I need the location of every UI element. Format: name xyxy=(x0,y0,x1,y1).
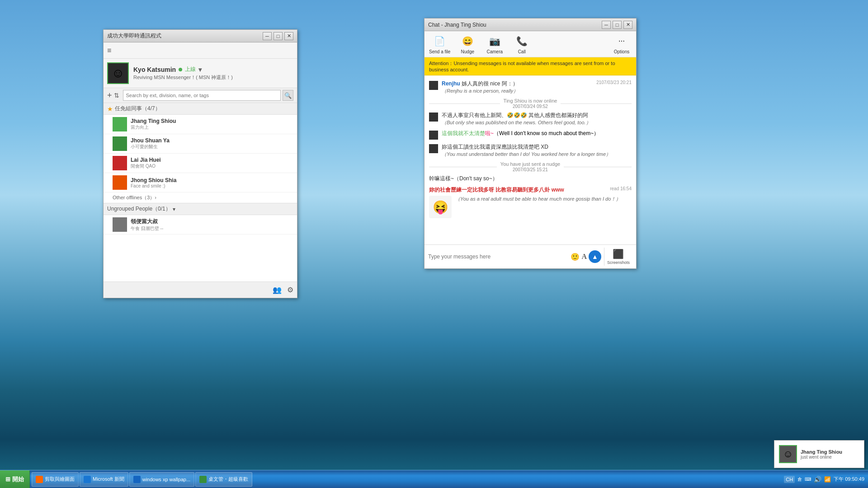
contact-item[interactable]: Jhang Ting Shiou 當力向上 xyxy=(104,115,297,134)
contact-name: Lai Jia Huei xyxy=(131,157,293,163)
system-clock: 下午 09:50:49 xyxy=(834,476,864,483)
msn-profile: ☺ Kyo Katsumin 上線 ▾ Reviving MSN Messeng… xyxy=(104,59,297,88)
taskbar-item[interactable]: 剪取與繪圖面 xyxy=(32,472,79,487)
sort-icon[interactable]: ⇅ xyxy=(114,92,119,99)
online-indicator xyxy=(179,68,182,71)
avatar-emoji: ☺ xyxy=(112,66,125,80)
contact-avatar xyxy=(113,117,127,131)
send-file-icon: 📄 xyxy=(433,34,447,48)
contact-name: Jhong Shiou Shia xyxy=(131,177,293,183)
options-icon: ⋯ xyxy=(614,34,629,48)
call-button[interactable]: 📞 Call xyxy=(512,34,532,54)
start-label: 開始 xyxy=(12,475,24,483)
message-row: 這個我就不太清楚啦~（Well I don't know so much abo… xyxy=(429,130,632,140)
taskbar-item[interactable]: 桌文管・超級喜歡 xyxy=(195,472,252,487)
message-content: 妳的社會歷練一定比我多呀 比教容易聽到更多八卦 www read 16:54 😝… xyxy=(429,186,632,218)
keyboard-indicator[interactable]: ⌨ xyxy=(805,477,811,482)
taskbar-item-label: 桌文管・超級喜歡 xyxy=(208,476,248,483)
screenshot-label: Screenshots xyxy=(607,260,630,265)
message-avatar xyxy=(429,81,438,90)
attention-banner: Attention：Unsending messages is not avai… xyxy=(425,57,636,75)
volume-icon[interactable]: 🔊 xyxy=(814,476,821,483)
chat-maximize-button[interactable]: □ xyxy=(613,21,622,29)
contact-info: Jhong Shiou Shia Face and smile :) xyxy=(131,177,293,188)
nudge-button[interactable]: 😄 Nudge xyxy=(458,34,477,54)
call-label: Call xyxy=(518,49,526,54)
ungrouped-expand-icon: ▾ xyxy=(173,206,175,212)
contact-item[interactable]: Lai Jia Huei 閒會間 QAO xyxy=(104,154,297,173)
add-contact-icon[interactable]: + xyxy=(107,91,112,100)
msn-toolbar: ≡ xyxy=(104,42,297,59)
message-text: 這個我就不太清楚啦~（Well I don't know so much abo… xyxy=(442,130,632,137)
send-button[interactable]: ▲ xyxy=(589,250,601,263)
message-time: 2107/03/23 20:21 xyxy=(596,80,632,88)
chat-close-button[interactable]: ✕ xyxy=(623,21,632,29)
contact-status: 午食 囧層巴壁 -- xyxy=(131,225,293,232)
close-button[interactable]: ✕ xyxy=(284,32,293,40)
font-button[interactable]: A xyxy=(581,253,587,261)
notification-info: Jhang Ting Shiou just went online xyxy=(801,449,842,460)
taskbar-item[interactable]: Microsoft 新聞 xyxy=(80,472,128,487)
options-label: Options xyxy=(614,49,629,54)
username-label: Kyo Katsumin xyxy=(133,66,176,73)
message-input[interactable] xyxy=(428,249,568,264)
ungrouped-group-header[interactable]: Ungrouped People（0/1） ▾ xyxy=(104,203,297,215)
maximize-button[interactable]: □ xyxy=(274,32,283,40)
desktop: 成功大學即時通訊程式 ─ □ ✕ ≡ ☺ Kyo Katsumin 上線 ▾ xyxy=(0,0,868,488)
chat-input-area: 🙂 A ▲ ⬛ Screenshots xyxy=(425,244,636,268)
chat-messages[interactable]: Renjhu 姊人真的很 nice 阿：） 2107/03/23 20:21 （… xyxy=(425,75,636,244)
contact-item[interactable]: Jhou Shuan Ya 小可愛的醫生 xyxy=(104,134,297,154)
options-button[interactable]: ⋯ Options xyxy=(612,34,632,54)
other-offlines[interactable]: Other offlines（3）› xyxy=(104,192,297,203)
language-indicator[interactable]: CH xyxy=(784,476,795,483)
profile-name: Kyo Katsumin 上線 ▾ xyxy=(133,66,293,73)
contact-status: 閒會間 QAO xyxy=(131,163,293,169)
start-button[interactable]: ⊞ 開始 xyxy=(0,470,30,488)
taskbar-item-label: windows xp wallpap... xyxy=(142,477,190,482)
ime-indicator[interactable]: 倉 xyxy=(797,476,802,483)
msn-bottom-bar: 👥 ⚙ xyxy=(104,282,297,298)
call-icon: 📞 xyxy=(514,34,529,48)
taskbar-item[interactable]: windows xp wallpap... xyxy=(129,472,194,487)
screenshots-button[interactable]: ⬛ Screenshots xyxy=(604,248,632,266)
screenshot-icon: ⬛ xyxy=(613,249,624,259)
favorite-group-header[interactable]: ★ 任免組同事（4/7） xyxy=(104,103,297,115)
system-message: Ting Shiou is now online2007/03/24 09:52 xyxy=(429,98,632,109)
contact-avatar xyxy=(113,217,127,232)
profile-info: Kyo Katsumin 上線 ▾ Reviving MSN Messenger… xyxy=(133,66,293,81)
send-file-button[interactable]: 📄 Send a file xyxy=(429,34,450,54)
message-text: 幹嘛這樣~（Don't say so~） xyxy=(429,175,632,183)
chat-minimize-button[interactable]: ─ xyxy=(602,21,611,29)
sender-name: Renjhu xyxy=(442,80,460,87)
taskbar-item-icon xyxy=(36,476,43,483)
message-text: Renjhu 姊人真的很 nice 阿：） xyxy=(442,80,518,88)
menu-icon[interactable]: ≡ xyxy=(107,47,111,55)
status-dropdown[interactable]: ▾ xyxy=(198,66,202,73)
network-icon[interactable]: 📶 xyxy=(824,476,831,483)
settings-icon[interactable]: ⚙ xyxy=(287,286,293,294)
window-controls: ─ □ ✕ xyxy=(263,32,293,40)
message-translation: （You as a real adult must be able to hea… xyxy=(455,196,621,202)
contact-item[interactable]: 領便當大叔 午食 囧層巴壁 -- xyxy=(104,215,297,235)
camera-button[interactable]: 📷 Camera xyxy=(485,34,505,54)
contact-name: Jhang Ting Shiou xyxy=(131,118,293,124)
favorite-group-label: 任免組同事（4/7） xyxy=(115,105,160,113)
input-icons: 🙂 A ▲ xyxy=(571,250,601,263)
minimize-button[interactable]: ─ xyxy=(263,32,272,40)
search-button[interactable]: 🔍 xyxy=(283,90,293,101)
contact-item[interactable]: Jhong Shiou Shia Face and smile :) xyxy=(104,173,297,192)
emoji-button[interactable]: 🙂 xyxy=(571,253,580,261)
chat-toolbar: 📄 Send a file 😄 Nudge 📷 Camera 📞 Call ⋯ … xyxy=(425,31,636,57)
nudge-icon: 😄 xyxy=(460,34,475,48)
search-input[interactable] xyxy=(123,90,281,101)
message-row: 妳這個工讀生比我還資深應該比我清楚吧 XD （You must understa… xyxy=(429,143,632,158)
chat-titlebar: Chat - Jhang Ting Shiou ─ □ ✕ xyxy=(425,19,636,31)
taskbar: ⊞ 開始 剪取與繪圖面 Microsoft 新聞 windows xp wall… xyxy=(0,470,868,488)
star-icon: ★ xyxy=(107,105,113,113)
manage-contacts-icon[interactable]: 👥 xyxy=(273,286,282,294)
contact-status: 小可愛的醫生 xyxy=(131,144,293,150)
taskbar-item-label: Microsoft 新聞 xyxy=(93,476,124,483)
message-translation: （Renjhu is a nice person, really） xyxy=(442,88,632,94)
windows-icon: ⊞ xyxy=(5,476,10,483)
contact-avatar xyxy=(113,175,127,190)
